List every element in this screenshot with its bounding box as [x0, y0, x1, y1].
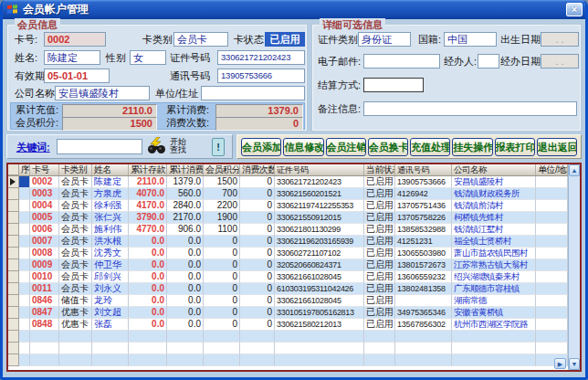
nationality-select[interactable]: 中国: [444, 32, 497, 47]
cell-points: 2200: [204, 200, 240, 212]
column-header[interactable]: 卡号: [30, 164, 59, 175]
cell-phone: 34975365346: [395, 307, 452, 319]
cell-deposit: 4770.0: [129, 224, 167, 236]
info-edit-button[interactable]: 信息修改: [283, 138, 323, 156]
scroll-right-icon[interactable]: ▶: [554, 358, 566, 369]
gender-select[interactable]: 女: [130, 50, 166, 65]
card-replace-button[interactable]: 会员换卡: [368, 138, 408, 156]
empty-row: [8, 354, 568, 366]
name-field[interactable]: 陈建定: [44, 50, 100, 65]
cell-deposit: 0.0: [129, 271, 167, 283]
table-row[interactable]: 0009会员卡仲卫华0.00.000320520660824371已启用1380…: [8, 259, 568, 271]
table-row[interactable]: 0846储值卡龙玲0.00.000330621661028045已启用湖南常德: [8, 295, 568, 307]
cell-card-type: 会员卡: [59, 236, 92, 248]
card-type-select[interactable]: 会员卡: [173, 32, 228, 47]
row-selector[interactable]: [8, 200, 19, 212]
member-deregister-button[interactable]: 会员注销: [326, 138, 366, 156]
cell-id-number: 330621580212013: [275, 319, 364, 331]
row-selector[interactable]: [8, 176, 19, 188]
keyword-input[interactable]: [57, 139, 142, 154]
email-field[interactable]: [363, 54, 440, 69]
cell-points: 0: [204, 271, 240, 283]
column-header[interactable]: 序: [19, 164, 30, 175]
cell-status: 已启用: [364, 307, 395, 319]
phone-field[interactable]: 13905753666: [217, 69, 305, 83]
column-header[interactable]: 卡类别: [59, 164, 92, 175]
column-header[interactable]: 公司名称: [452, 164, 536, 175]
cell-address: [536, 271, 568, 283]
table-row[interactable]: 0848优惠卡张磊0.00.000330621580212013已启用13567…: [8, 319, 568, 331]
remark-field[interactable]: [363, 101, 577, 116]
column-header[interactable]: 会员积分: [204, 164, 240, 175]
table-row[interactable]: 0003会员卡方泉虎4070.0560.07000330621560201521…: [8, 188, 568, 200]
report-print-button[interactable]: 报表打印: [495, 138, 535, 156]
cell-company: 湖南常德: [452, 295, 536, 307]
cell-card-no: 0846: [30, 295, 59, 307]
id-type-select[interactable]: 身份证: [358, 32, 411, 47]
table-row[interactable]: 0007会员卡洪水根0.00.000330621196203165939已启用4…: [8, 236, 568, 248]
cell-id-number: [275, 343, 364, 354]
address-field[interactable]: [201, 86, 305, 100]
table-row[interactable]: 0847优惠卡刘文超0.00.000330105197805162813已启用3…: [8, 307, 568, 319]
row-selector[interactable]: [8, 354, 19, 366]
cell-deposit: 0.0: [129, 248, 167, 259]
cell-card-type: [59, 354, 92, 366]
alert-button[interactable]: !: [212, 138, 225, 156]
row-selector[interactable]: [8, 307, 19, 319]
loss-report-button[interactable]: 挂失操作: [452, 138, 492, 156]
close-button[interactable]: ×: [566, 3, 583, 16]
cell-consume: [167, 343, 204, 354]
row-selector[interactable]: [8, 259, 19, 271]
row-selector[interactable]: [8, 319, 19, 331]
column-header[interactable]: 单位/地址: [536, 164, 568, 175]
cell-company: [452, 343, 536, 354]
cell-status: 已启用: [364, 236, 395, 248]
table-row[interactable]: 0004会员卡徐利强4170.02840.0220003306211974122…: [8, 200, 568, 212]
row-selector[interactable]: [8, 343, 19, 354]
row-selector[interactable]: [8, 271, 19, 283]
column-header[interactable]: 姓名: [92, 164, 129, 175]
scroll-down-icon[interactable]: ▼: [569, 358, 580, 370]
row-selector[interactable]: [8, 331, 19, 343]
row-selector[interactable]: [8, 236, 19, 248]
id-number-field[interactable]: 330621721202423: [217, 50, 305, 65]
member-table: 序卡号卡类别姓名累计存款累计消费会员积分消费次数证件号码当前状态通讯号码公司名称…: [6, 163, 582, 372]
birth-date-field[interactable]: . .: [541, 32, 579, 47]
table-row[interactable]: 0011会员卡刘永义0.00.000610303195311042426已启用1…: [8, 283, 568, 295]
vertical-scrollbar[interactable]: ▲ ▼: [568, 164, 580, 370]
column-header[interactable]: 通讯号码: [395, 164, 452, 175]
company-field[interactable]: 安昌镇盛陵村: [55, 86, 150, 100]
valid-field[interactable]: 05-01-01: [44, 69, 110, 83]
column-header[interactable]: 累计消费: [167, 164, 204, 175]
table-row[interactable]: 0006会员卡施利伟4770.0906.01100033062180113029…: [8, 224, 568, 236]
column-header[interactable]: 当前状态: [364, 164, 395, 175]
row-selector[interactable]: [8, 224, 19, 236]
card-no-field[interactable]: 0002: [44, 32, 106, 47]
settlement-field[interactable]: [363, 78, 424, 92]
cell-address: [536, 224, 568, 236]
cell-address: [536, 259, 568, 271]
table-row[interactable]: 0005会员卡张仁兴3790.02170.0190003306215509120…: [8, 212, 568, 224]
table-row[interactable]: 0002会员卡陈建定2110.01379.0150003306217212024…: [8, 176, 568, 188]
cell-card-no: 0002: [30, 176, 59, 188]
row-selector[interactable]: [8, 212, 19, 224]
handle-date-field[interactable]: . .: [541, 54, 579, 69]
exit-button[interactable]: 退出返回: [537, 138, 577, 156]
column-header[interactable]: 累计存款: [129, 164, 167, 175]
column-header[interactable]: 证件号码: [275, 164, 364, 175]
row-selector[interactable]: [8, 295, 19, 307]
column-header[interactable]: 消费次数: [240, 164, 275, 175]
table-row[interactable]: 0010会员卡邱剑兴0.00.000330621661028045已启用1360…: [8, 271, 568, 283]
row-selector[interactable]: [8, 248, 19, 259]
recharge-button[interactable]: 充值处理: [410, 138, 450, 156]
handler-field[interactable]: [478, 54, 499, 69]
cell-address: [536, 236, 568, 248]
find-button[interactable]: 开始查找: [146, 137, 186, 154]
scroll-up-icon[interactable]: ▲: [569, 164, 580, 176]
table-row[interactable]: 0008会员卡沈秀文0.00.000330602721107102已启用1306…: [8, 248, 568, 259]
cell-deposit: [129, 343, 167, 354]
cell-deposit: 0.0: [129, 236, 167, 248]
row-selector[interactable]: [8, 188, 19, 200]
member-add-button[interactable]: 会员添加: [241, 138, 281, 156]
row-selector[interactable]: [8, 283, 19, 295]
